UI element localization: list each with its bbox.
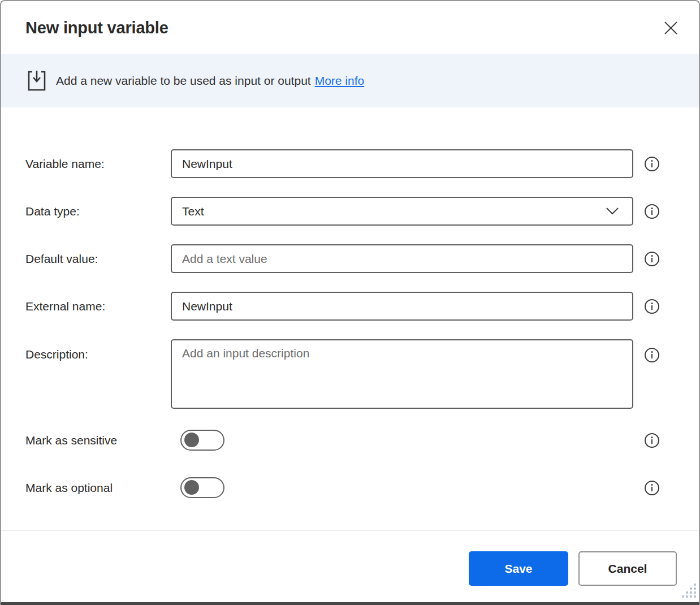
default-value-row: Default value: [25, 244, 660, 273]
dialog-footer: Save Cancel [1, 530, 699, 602]
external-name-input[interactable] [171, 292, 633, 321]
variable-name-label: Variable name: [25, 157, 171, 171]
default-value-input[interactable] [171, 244, 633, 273]
external-name-row: External name: [25, 292, 660, 321]
data-type-row: Data type: Text [25, 197, 660, 226]
description-input[interactable] [171, 339, 633, 409]
chevron-down-icon [606, 208, 619, 215]
cancel-button[interactable]: Cancel [578, 551, 677, 586]
mark-as-sensitive-toggle[interactable] [180, 430, 224, 451]
variable-name-row: Variable name: [25, 149, 660, 178]
external-name-label: External name: [25, 300, 171, 313]
mark-as-optional-info-button[interactable] [644, 480, 660, 496]
default-value-label: Default value: [25, 252, 171, 266]
more-info-link[interactable]: More info [315, 74, 365, 88]
info-icon [644, 433, 660, 448]
description-info-button[interactable] [644, 347, 660, 363]
mark-as-sensitive-info-button[interactable] [644, 433, 660, 448]
default-value-info-button[interactable] [644, 251, 660, 267]
info-icon [644, 480, 660, 496]
mark-as-optional-label: Mark as optional [25, 481, 171, 495]
external-name-info-button[interactable] [644, 299, 660, 314]
dialog-body: Variable name: Data type: Text [1, 107, 699, 498]
info-banner: Add a new variable to be used as input o… [1, 54, 699, 107]
info-icon [644, 156, 660, 172]
description-row: Description: [25, 339, 660, 409]
mark-as-optional-toggle[interactable] [180, 477, 224, 498]
data-type-selected-value: Text [182, 205, 204, 218]
close-icon [664, 21, 678, 35]
data-type-info-button[interactable] [644, 204, 660, 219]
info-icon [644, 204, 660, 219]
mark-as-optional-row: Mark as optional [25, 477, 660, 498]
info-icon [644, 299, 660, 314]
input-variable-icon [27, 70, 46, 92]
mark-as-sensitive-row: Mark as sensitive [25, 430, 660, 451]
description-label: Description: [25, 339, 171, 361]
toggle-knob [184, 480, 199, 495]
resize-grip[interactable] [679, 581, 697, 601]
save-button[interactable]: Save [469, 551, 568, 586]
data-type-label: Data type: [25, 205, 171, 218]
info-icon [644, 347, 660, 363]
dialog-header: New input variable [1, 1, 699, 54]
variable-name-info-button[interactable] [644, 156, 660, 172]
new-input-variable-dialog: New input variable Add a new variable to… [0, 0, 700, 605]
variable-name-input[interactable] [171, 149, 633, 178]
close-button[interactable] [658, 15, 683, 40]
banner-message: Add a new variable to be used as input o… [56, 74, 311, 88]
toggle-knob [184, 433, 199, 447]
dialog-title: New input variable [25, 19, 168, 37]
mark-as-sensitive-label: Mark as sensitive [25, 434, 171, 447]
info-icon [644, 251, 660, 267]
data-type-select[interactable]: Text [171, 197, 633, 226]
